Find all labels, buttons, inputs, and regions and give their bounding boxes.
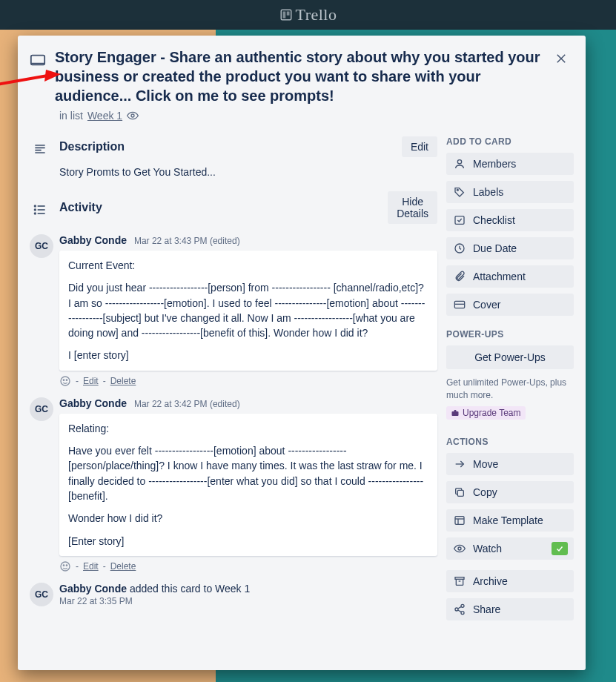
share-icon: [454, 603, 466, 615]
card-title[interactable]: Story Engager - Share an authentic story…: [55, 47, 547, 105]
svg-line-42: [458, 606, 462, 609]
svg-point-16: [35, 209, 36, 211]
watching-badge: [552, 542, 568, 555]
reaction-icon[interactable]: [59, 375, 71, 387]
comment-author[interactable]: Gabby Conde: [59, 397, 127, 409]
svg-point-25: [457, 189, 458, 191]
svg-rect-1: [282, 12, 285, 19]
card-modal: Story Engager - Share an authentic story…: [18, 36, 586, 670]
archive-button[interactable]: Archive: [446, 570, 574, 592]
activity-heading: Activity: [59, 201, 379, 214]
activity-comment: GC Gabby Conde Mar 22 at 3:42 PM (edited…: [30, 397, 437, 572]
svg-point-41: [461, 611, 464, 614]
move-button[interactable]: Move: [446, 453, 574, 475]
edit-comment-link[interactable]: Edit: [83, 376, 99, 386]
svg-rect-26: [455, 216, 464, 225]
copy-icon: [454, 486, 466, 498]
description-heading: Description: [59, 140, 393, 153]
svg-point-36: [458, 547, 461, 550]
card-list-subline: in list Week 1: [59, 110, 574, 122]
tag-icon: [454, 186, 466, 198]
svg-point-21: [61, 562, 70, 571]
close-icon: [554, 52, 568, 65]
edit-description-button[interactable]: Edit: [402, 136, 437, 157]
logo-text: Trello: [296, 5, 337, 24]
close-button[interactable]: [552, 49, 571, 71]
avatar[interactable]: GC: [30, 583, 53, 606]
template-icon: [454, 514, 466, 526]
log-author[interactable]: Gabby Conde: [59, 583, 127, 595]
svg-point-40: [455, 608, 458, 611]
svg-line-43: [458, 610, 462, 612]
activity-icon: [33, 202, 47, 217]
avatar[interactable]: GC: [30, 234, 53, 258]
get-powerups-button[interactable]: Get Power-Ups: [446, 345, 574, 369]
comment-body[interactable]: Relating: Have you ever felt -----------…: [59, 414, 437, 556]
attachment-button[interactable]: Attachment: [446, 265, 574, 288]
description-text[interactable]: Story Promts to Get You Started...: [59, 166, 437, 178]
svg-point-17: [35, 213, 36, 214]
svg-point-24: [457, 160, 461, 164]
log-time[interactable]: Mar 22 at 3:35 PM: [59, 596, 133, 606]
comment-time[interactable]: Mar 22 at 3:42 PM (edited): [134, 399, 240, 409]
svg-point-23: [66, 565, 67, 566]
copy-button[interactable]: Copy: [446, 481, 574, 503]
eye-icon: [454, 543, 466, 554]
svg-point-20: [66, 380, 67, 380]
cover-button[interactable]: Cover: [446, 294, 574, 316]
list-link[interactable]: Week 1: [87, 110, 122, 122]
comment-author[interactable]: Gabby Conde: [59, 234, 127, 246]
labels-button[interactable]: Labels: [446, 181, 574, 203]
trello-logo: Trello: [279, 5, 337, 24]
svg-rect-2: [286, 12, 289, 16]
members-button[interactable]: Members: [446, 153, 574, 175]
check-icon: [555, 544, 564, 553]
avatar[interactable]: GC: [30, 397, 53, 421]
svg-point-18: [61, 377, 70, 385]
card-icon: [30, 52, 46, 68]
delete-comment-link[interactable]: Delete: [110, 561, 136, 572]
svg-rect-30: [452, 411, 459, 416]
cover-icon: [454, 299, 466, 311]
svg-rect-0: [281, 10, 291, 20]
svg-rect-32: [457, 490, 463, 496]
svg-point-19: [63, 380, 64, 380]
checklist-icon: [454, 214, 466, 226]
comment-time[interactable]: Mar 22 at 3:43 PM (edited): [134, 236, 240, 246]
board-icon: [279, 8, 293, 21]
svg-point-7: [131, 114, 134, 117]
activity-comment: GC Gabby Conde Mar 22 at 3:43 PM (edited…: [30, 234, 437, 387]
app-header: Trello: [0, 0, 616, 30]
arrow-right-icon: [454, 458, 466, 470]
watch-button[interactable]: Watch: [446, 537, 574, 560]
checklist-button[interactable]: Checklist: [446, 209, 574, 231]
edit-comment-link[interactable]: Edit: [83, 561, 99, 572]
delete-comment-link[interactable]: Delete: [110, 376, 136, 386]
log-action: added this card to Week 1: [127, 583, 250, 595]
comment-body[interactable]: Current Event: Did you just hear -------…: [59, 251, 437, 371]
svg-rect-33: [455, 516, 464, 524]
description-icon: [33, 142, 47, 156]
clock-icon: [454, 242, 466, 254]
reaction-icon[interactable]: [59, 560, 71, 572]
make-template-button[interactable]: Make Template: [446, 509, 574, 532]
eye-icon: [127, 110, 139, 122]
attachment-icon: [454, 271, 466, 282]
share-button[interactable]: Share: [446, 598, 574, 620]
svg-point-39: [461, 604, 464, 607]
upgrade-team-button[interactable]: Upgrade Team: [446, 406, 526, 420]
powerups-note: Get unlimited Power-Ups, plus much more.: [446, 377, 574, 402]
add-to-card-heading: Add to card: [446, 136, 574, 147]
powerups-heading: Power-Ups: [446, 329, 574, 340]
hide-details-button[interactable]: Hide Details: [388, 191, 437, 224]
person-icon: [454, 158, 466, 170]
svg-point-15: [35, 205, 36, 207]
due-date-button[interactable]: Due Date: [446, 237, 574, 259]
svg-rect-37: [455, 577, 464, 579]
archive-icon: [454, 575, 466, 587]
activity-log: GC Gabby Conde added this card to Week 1…: [30, 583, 437, 606]
briefcase-icon: [451, 408, 460, 417]
svg-point-22: [63, 565, 64, 566]
actions-heading: Actions: [446, 437, 574, 447]
